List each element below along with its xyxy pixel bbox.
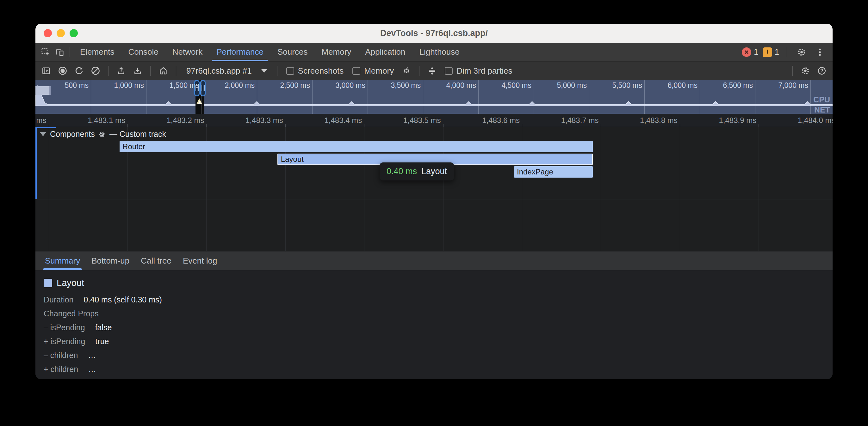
overview-tick-label: 5,500 ms	[595, 81, 642, 90]
caret-down-icon	[261, 69, 267, 73]
overview-gridline	[478, 80, 478, 114]
kebab-menu-icon[interactable]	[813, 45, 827, 59]
track-title: Components	[50, 130, 95, 139]
settings-gear-icon[interactable]	[795, 45, 809, 59]
clear-icon[interactable]	[89, 64, 102, 78]
track-subtitle: — Custom track	[110, 130, 166, 139]
selection-activity-spike-inner	[198, 101, 201, 104]
capture-settings-gear-icon[interactable]	[798, 64, 812, 78]
inspect-element-icon[interactable]	[39, 45, 53, 59]
zoom-window-button[interactable]	[70, 29, 78, 37]
screenshots-toggle[interactable]: Screenshots	[283, 66, 347, 76]
record-icon[interactable]	[56, 64, 70, 78]
panel-tab[interactable]: Lighthouse	[412, 43, 467, 61]
panel-tab-strip: Elements Console Network Performance Sou…	[73, 43, 467, 61]
overview-tick-label: 5,000 ms	[539, 81, 587, 90]
divider	[277, 66, 277, 76]
device-toolbar-icon[interactable]	[53, 45, 66, 59]
ruler-tick-label: 1,483.7 ms	[519, 116, 598, 125]
divider	[108, 66, 108, 76]
summary-row: + isPending true	[44, 337, 833, 346]
overview-tick-label: 1,000 ms	[96, 81, 144, 90]
divider	[150, 66, 151, 76]
screenshots-checkbox[interactable]	[286, 67, 294, 75]
overview-tick-label: 3,500 ms	[373, 81, 421, 90]
target-select[interactable]: 97r6ql.csb.app #1	[182, 64, 271, 78]
panel-tab[interactable]: Performance	[209, 43, 271, 61]
panel-tab[interactable]: Console	[121, 43, 165, 61]
help-icon[interactable]	[815, 64, 829, 78]
overview-tick-label: 7,000 ms	[761, 81, 808, 90]
timeline-overview[interactable]: CPU NET 500 ms1,000 ms1,500 ms2,000 ms2,…	[35, 80, 833, 114]
ruler-tick-label: 1,484.0 ms	[756, 116, 833, 125]
summary-row: – isPending false	[44, 323, 833, 332]
summary-row: – children …	[44, 351, 833, 360]
overview-gridline	[91, 80, 91, 114]
panel-tab[interactable]: Sources	[271, 43, 314, 61]
details-tab[interactable]: Summary	[39, 252, 86, 270]
show-sidebar-icon[interactable]	[39, 64, 53, 78]
ruler-tick-label: 1,483.4 ms	[283, 116, 362, 125]
divider	[787, 47, 787, 57]
ruler-tick-label: 1,483.8 ms	[598, 116, 678, 125]
cpu-lane-label: CPU	[813, 95, 830, 104]
error-icon	[742, 47, 751, 57]
flame-gridline	[758, 127, 759, 251]
details-tab[interactable]: Bottom-up	[86, 252, 135, 270]
dim-3rd-parties-checkbox[interactable]	[445, 67, 453, 75]
issue-icon: !	[763, 47, 772, 57]
ruler-tick-label: 1,483.3 ms	[204, 116, 283, 125]
memory-checkbox[interactable]	[352, 67, 360, 75]
chevron-down-icon[interactable]	[40, 132, 46, 136]
collect-garbage-icon[interactable]	[400, 64, 413, 78]
devtools-tabbar: Elements Console Network Performance Sou…	[35, 43, 833, 62]
tooltip-duration: 0.40 ms	[386, 167, 417, 176]
details-tab[interactable]: Event log	[177, 252, 223, 270]
panel-tab[interactable]: Memory	[314, 43, 358, 61]
ruler-tick-label: 1,483.0 ms	[35, 116, 46, 125]
upload-profile-icon[interactable]	[114, 64, 128, 78]
overview-gridline	[534, 80, 534, 114]
flame-gridline	[49, 127, 49, 251]
overview-tick-label: 3,000 ms	[318, 81, 365, 90]
overview-tick-label: 4,000 ms	[429, 81, 476, 90]
minimize-window-button[interactable]	[57, 29, 65, 37]
close-window-button[interactable]	[44, 29, 52, 37]
panel-tab[interactable]: Network	[165, 43, 209, 61]
panel-tab[interactable]: Elements	[73, 43, 121, 61]
devtools-window: DevTools - 97r6ql.csb.app/ Elements Cons…	[35, 24, 833, 379]
details-tab[interactable]: Call tree	[135, 252, 177, 270]
dim-3rd-parties-toggle[interactable]: Dim 3rd parties	[442, 66, 515, 76]
panel-tab[interactable]: Application	[358, 43, 412, 61]
detail-time-ruler[interactable]: 1,483.0 ms1,483.1 ms1,483.2 ms1,483.3 ms…	[35, 114, 833, 127]
issues-badge[interactable]: ! 1	[763, 47, 779, 57]
flame-chart[interactable]: Components — Custom track RouterLayoutIn…	[35, 127, 833, 251]
flame-gridline	[601, 127, 601, 251]
summary-row: Changed Props	[44, 309, 833, 318]
track-selection-border-top	[35, 127, 56, 128]
summary-row: Duration 0.40 ms (self 0.30 ms)	[44, 295, 833, 304]
ruler-tick-label: 1,483.9 ms	[677, 116, 756, 125]
selection-handle-right[interactable]	[200, 80, 206, 96]
flame-bar-indexpage[interactable]: IndexPage	[514, 166, 593, 177]
flame-bar-router[interactable]: Router	[120, 141, 593, 152]
track-header[interactable]: Components — Custom track	[40, 130, 166, 139]
record-and-reload-icon[interactable]	[72, 64, 86, 78]
summary-pane: Layout Duration 0.40 ms (self 0.30 ms) C…	[35, 270, 833, 379]
collapse-icon[interactable]	[425, 64, 439, 78]
divider	[419, 66, 420, 76]
home-icon[interactable]	[156, 64, 170, 78]
flame-gridline	[680, 127, 680, 251]
ruler-tick-label: 1,483.2 ms	[125, 116, 204, 125]
track-selection-border	[35, 127, 37, 199]
tooltip-event-name: Layout	[421, 167, 447, 176]
download-profile-icon[interactable]	[131, 64, 145, 78]
overview-gridline	[755, 80, 755, 114]
error-badge[interactable]: 1	[742, 47, 758, 57]
memory-toggle[interactable]: Memory	[349, 66, 397, 76]
overview-gridline	[146, 80, 147, 114]
ruler-tick-label: 1,483.1 ms	[46, 116, 125, 125]
overview-gridline	[700, 80, 700, 114]
overview-gridline	[257, 80, 257, 114]
overview-tick-label: 6,500 ms	[705, 81, 753, 90]
